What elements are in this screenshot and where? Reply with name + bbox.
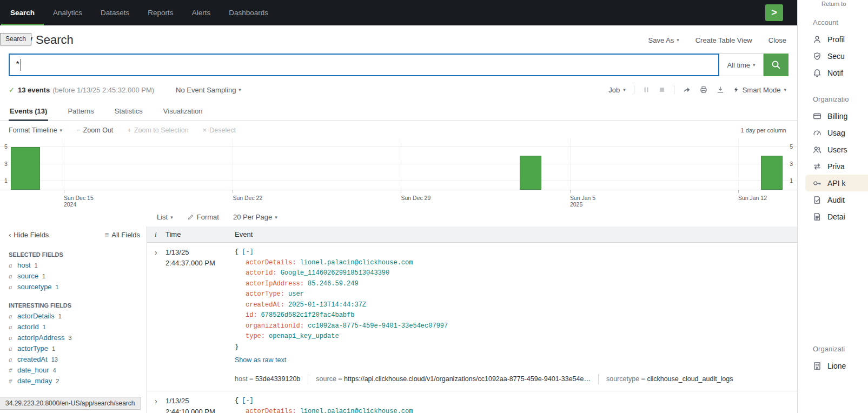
panel-item-audit[interactable]: Audit (805, 191, 868, 208)
field-source[interactable]: a source 1 (9, 272, 147, 283)
nav-item-datasets[interactable]: Datasets (91, 0, 138, 25)
json-collapse-link[interactable]: [-] (242, 248, 254, 256)
deselect-button[interactable]: × Deselect (203, 126, 236, 134)
nav-item-search[interactable]: Search (1, 0, 44, 25)
search-mode-menu[interactable]: Smart Mode ▾ (733, 86, 786, 94)
timeline-bar[interactable] (11, 147, 40, 190)
list-icon: ≡ (105, 231, 109, 239)
format-timeline-menu[interactable]: Format Timeline ▾ (9, 126, 62, 134)
timeline-controls: Format Timeline ▾ − Zoom Out + Zoom to S… (0, 121, 797, 138)
json-value[interactable]: lionel.palacin@clickhouse.com (300, 259, 413, 267)
nav-item-dashboards[interactable]: Dashboards (220, 0, 277, 25)
field-name: actorIpAddress (17, 334, 64, 342)
shield-icon (813, 52, 821, 61)
save-as-menu[interactable]: Save As ▾ (648, 36, 679, 44)
json-value[interactable]: user (288, 290, 304, 298)
caret-down-icon: ▾ (677, 37, 679, 43)
nav-item-alerts[interactable]: Alerts (183, 0, 220, 25)
field-createdAt[interactable]: a createdAt 13 (9, 355, 147, 366)
timeline-plot[interactable]: 553311 (0, 138, 797, 190)
timeline-bar[interactable] (520, 156, 541, 190)
return-to-link[interactable]: Return to (821, 1, 846, 7)
field-actorDetails[interactable]: a actorDetails 1 (9, 312, 147, 323)
panel-item-private-endpoints[interactable]: Priva (805, 158, 868, 175)
nav-item-reports[interactable]: Reports (138, 0, 182, 25)
panel-item-billing[interactable]: Billing (805, 108, 868, 124)
export-button[interactable] (716, 85, 725, 94)
field-count: 1 (42, 273, 45, 279)
splunk-search-window: Search Analytics Datasets Reports Alerts… (0, 0, 798, 413)
print-icon (699, 85, 708, 94)
event-sampling-menu[interactable]: No Event Sampling ▾ (176, 86, 241, 94)
event-date: 1/13/25 (165, 247, 235, 258)
expand-event-button[interactable]: › (147, 247, 165, 384)
job-menu[interactable]: Job ▾ (608, 86, 626, 94)
field-count: 1 (35, 262, 38, 269)
panel-item-security[interactable]: Secu (805, 48, 868, 64)
tab-patterns[interactable]: Patterns (67, 102, 95, 121)
timeline-bar[interactable] (761, 156, 783, 190)
caret-down-icon: ▾ (170, 215, 173, 220)
field-actorIpAddress[interactable]: a actorIpAddress 3 (9, 334, 147, 344)
hide-fields-button[interactable]: ‹ Hide Fields (9, 231, 49, 239)
show-raw-text-link[interactable]: Show as raw text (235, 355, 286, 366)
panel-item-details[interactable]: Detai (805, 208, 868, 225)
panel-item-profile[interactable]: Profil (805, 31, 868, 48)
field-actorId[interactable]: a actorId 1 (9, 323, 147, 334)
tab-statistics[interactable]: Statistics (114, 102, 144, 121)
zoom-to-selection-button[interactable]: + Zoom to Selection (127, 126, 188, 134)
meta-host[interactable]: host 53de4339120b (235, 374, 308, 385)
smart-mode-bolt-icon (733, 86, 739, 94)
nav-item-analytics[interactable]: Analytics (44, 0, 91, 25)
json-key: actorType (246, 290, 284, 298)
create-table-view-link[interactable]: Create Table View (695, 36, 752, 44)
meta-source[interactable]: source https://api.clickhouse.cloud/v1/o… (316, 374, 599, 385)
stop-job-button[interactable] (658, 86, 666, 94)
search-input[interactable]: * (9, 54, 719, 76)
field-type-icon: a (9, 356, 14, 364)
download-icon (716, 85, 725, 94)
all-fields-button[interactable]: ≡ All Fields (105, 231, 140, 239)
panel-item-usage[interactable]: Usag (805, 124, 868, 141)
per-page-menu[interactable]: 20 Per Page ▾ (233, 213, 277, 221)
caret-down-icon: ▾ (623, 87, 626, 92)
search-button[interactable] (764, 54, 789, 76)
panel-item-org-lionel[interactable]: Lione (805, 357, 868, 374)
json-value[interactable]: cc1092aa-8775-459e-9401-33e54ec07997 (308, 322, 448, 330)
field-count: 1 (43, 324, 46, 330)
json-value[interactable]: 2025-01-13T14:44:37Z (288, 301, 366, 309)
pause-job-button[interactable] (642, 86, 650, 94)
json-collapse-link[interactable]: [-] (242, 397, 254, 404)
deselect-icon: × (203, 126, 207, 134)
panel-item-label: Detai (827, 212, 845, 221)
json-value[interactable]: lionel.palacin@clickhouse.com (300, 408, 413, 413)
field-host[interactable]: a host 1 (9, 261, 147, 272)
field-actorType[interactable]: a actorType 1 (9, 344, 147, 355)
caret-down-icon: ▾ (784, 87, 786, 92)
json-value[interactable]: Google_114602629918513043390 (281, 269, 390, 277)
close-link[interactable]: Close (768, 36, 786, 44)
json-value[interactable]: 85.246.59.249 (308, 280, 359, 288)
field-date_hour[interactable]: # date_hour 4 (9, 366, 147, 377)
field-sourcetype[interactable]: a sourcetype 1 (9, 283, 147, 294)
meta-sourcetype[interactable]: sourcetype clickhouse_cloud_audit_logs (606, 374, 741, 385)
panel-item-users[interactable]: Users (805, 141, 868, 158)
time-range-picker[interactable]: All time ▾ (719, 54, 764, 76)
search-query-text: * (15, 61, 20, 70)
expand-event-button[interactable]: › (147, 396, 165, 413)
panel-item-api-keys[interactable]: API k (805, 175, 868, 191)
field-name: actorDetails (17, 312, 55, 320)
json-value[interactable]: openapi_key_update (269, 332, 339, 340)
list-view-menu[interactable]: List ▾ (157, 213, 173, 221)
print-button[interactable] (699, 85, 708, 94)
tab-visualization[interactable]: Visualization (162, 102, 204, 121)
share-job-button[interactable] (683, 85, 691, 94)
splunk-logo[interactable]: > (765, 4, 783, 21)
zoom-out-button[interactable]: − Zoom Out (76, 126, 113, 134)
field-date_mday[interactable]: # date_mday 2 (9, 377, 147, 388)
field-name: actorId (17, 323, 39, 331)
json-value[interactable]: 678526d582c1f20fac4babfb (261, 311, 355, 319)
panel-item-notifications[interactable]: Notif (805, 64, 868, 81)
tab-events[interactable]: Events (13) (9, 102, 48, 121)
format-menu[interactable]: Format (187, 213, 219, 221)
